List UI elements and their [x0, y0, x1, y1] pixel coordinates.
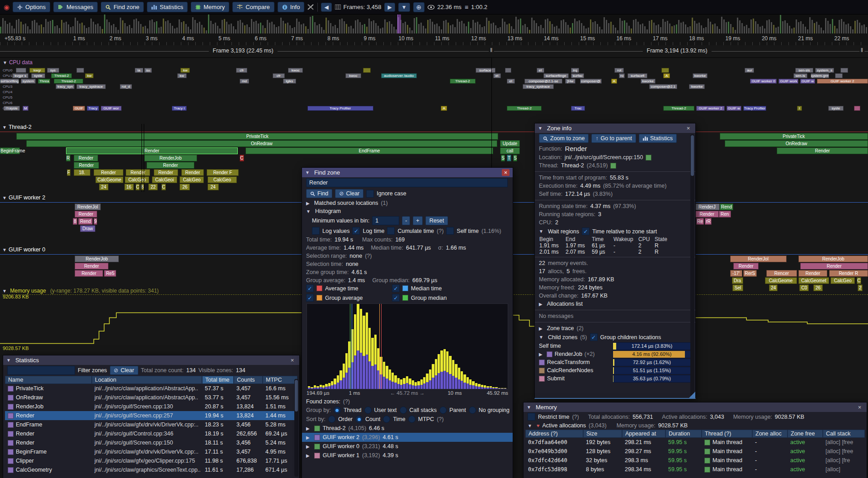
cpu-zone[interactable] — [661, 68, 669, 73]
timeline-zone[interactable]: RenderJ — [694, 204, 720, 210]
cpu-zone[interactable]: et — [537, 68, 544, 73]
collapse-icon[interactable]: ▼ — [305, 170, 310, 175]
zone-info-window-titlebar[interactable]: ▼ Zone info × — [535, 123, 695, 133]
go-to-parent-button[interactable]: ↑Go to parent — [591, 134, 636, 143]
cpu-zone[interactable]: [Hw — [565, 79, 576, 84]
min-bin-plus-button[interactable]: + — [413, 216, 422, 225]
timeline-zone[interactable]: CalcGeo — [208, 176, 237, 183]
thread-header[interactable]: ▼Thread-2 — [2, 124, 32, 130]
cpu-zone[interactable]: GUIF — [73, 106, 85, 111]
child-zone-row[interactable]: CalcRenderNodes51.51 µs (1.15%) — [535, 366, 695, 374]
timeline-zone[interactable]: Rend — [720, 204, 734, 210]
found-zone-group-row[interactable]: ▶GUIF worker 2(3,296)4.61 s — [302, 433, 513, 442]
timeline-zone[interactable]: CalcGeomet — [798, 277, 829, 284]
time-ruler[interactable]: +55.83 s 1 ms2 ms3 ms4 ms5 ms6 ms7 ms8 m… — [0, 33, 868, 46]
min-bin-input[interactable] — [372, 216, 399, 225]
cpu-zone[interactable] — [505, 68, 511, 73]
cpu-zone[interactable]: syste — [31, 73, 45, 78]
timeline-zone[interactable]: Ren — [719, 211, 731, 218]
timeline-zone[interactable]: T — [507, 155, 511, 161]
timeline-zone[interactable]: S — [513, 155, 518, 161]
histogram-section[interactable]: ▼Histogram — [302, 207, 513, 215]
find-zone-button[interactable]: Find zone — [101, 2, 144, 12]
cpu-zone[interactable]: surfac — [571, 73, 584, 78]
cpu-zone[interactable]: kworke — [693, 73, 708, 78]
wait-column-header[interactable]: Wakeup — [613, 236, 638, 242]
timeline-zone[interactable]: PrivateTick — [16, 133, 498, 140]
memory-table-row[interactable]: 0x7dfc53d8988 bytes298.34 ms59.95 sMain … — [525, 465, 865, 474]
timeline-zone[interactable]: OnRedraw — [725, 140, 868, 147]
timeline-zone[interactable]: Re5 — [104, 270, 116, 277]
timeline-zone[interactable]: RerS — [743, 270, 757, 277]
timeline-zone[interactable]: Render — [74, 162, 99, 169]
child-zone-row[interactable]: ▶RenderJob(×2)4.16 ms (92.60%) — [535, 350, 695, 358]
memory-column-header[interactable]: Address (?) — [525, 430, 583, 438]
timeline-zone[interactable]: 8 — [73, 218, 77, 225]
wait-region-row[interactable]: 2.01 ms2.07 ms59 µs-2R — [535, 249, 695, 255]
stats-table-row[interactable]: BeginFramejni/../jni/src/claw/gfx/drv/vk… — [5, 447, 297, 456]
timeline-zone[interactable]: Render — [777, 147, 868, 154]
group-by-radio[interactable] — [334, 407, 341, 414]
cpu-zone[interactable]: composer@2.1-se — [524, 79, 562, 84]
info-button[interactable]: Info — [278, 2, 305, 12]
cpu-zone[interactable] — [16, 68, 26, 73]
cpu-zone[interactable]: composer@ — [580, 79, 602, 84]
timeline-zone[interactable]: Render — [798, 270, 827, 277]
cpu-zone[interactable]: system — [21, 79, 36, 84]
cpu-zone[interactable] — [76, 68, 84, 73]
timeline-zone[interactable]: Render — [695, 211, 719, 218]
cpu-zone[interactable]: sen-is — [793, 73, 807, 78]
cpu-zone[interactable]: tracy_syn — [56, 84, 75, 89]
collapse-icon[interactable]: ▼ — [527, 405, 531, 410]
timeline-zone[interactable]: Draw — [80, 225, 96, 232]
stats-table-row[interactable]: Clipperjni/../jni/src/claw/gfx/geo/Clipp… — [5, 456, 297, 465]
timeline-zone[interactable]: Render — [154, 169, 178, 176]
cpu-zone[interactable]: kwoc — [288, 68, 303, 73]
timeline-zone[interactable]: Render — [94, 169, 123, 176]
timeline-zone[interactable]: Render — [181, 169, 204, 176]
sort-by-radio[interactable] — [328, 416, 335, 423]
cpu-zone[interactable]: kw — [180, 68, 190, 73]
cpu-zone[interactable]: surfacefl — [627, 73, 647, 78]
child-zone-row[interactable]: RecalcTransform72.92 µs (1.62%) — [535, 358, 695, 366]
cpu-zone[interactable]: ia — [135, 68, 143, 73]
zone-trace-section[interactable]: ▶Zone trace(2) — [535, 324, 695, 332]
wait-column-header[interactable]: Time — [592, 236, 613, 242]
timeline-zone[interactable]: 24 — [99, 184, 108, 190]
close-icon[interactable]: × — [502, 169, 509, 176]
cpu-zone[interactable]: Tracy Profiler — [743, 106, 767, 111]
stats-table-row[interactable]: EndFramejni/../jni/src/claw/gfx/drv/vk/D… — [5, 420, 297, 429]
sort-by-radio[interactable] — [355, 416, 363, 423]
restrict-time-checkbox[interactable] — [528, 413, 535, 421]
resize-grip[interactable] — [689, 392, 695, 398]
timeline-zone[interactable]: call — [500, 147, 520, 154]
cpu-zone[interactable]: Threa — [38, 79, 50, 84]
memory-column-header[interactable]: Size — [583, 430, 622, 438]
cpu-zone[interactable]: md — [240, 79, 249, 84]
cpu-zone[interactable]: A — [441, 106, 447, 111]
statistics-scrollbar[interactable] — [294, 379, 298, 477]
find-zone-histogram[interactable] — [307, 303, 508, 389]
timeline-zone[interactable]: Re — [696, 218, 704, 225]
timeline-zone[interactable]: R — [66, 155, 71, 161]
cpu-zone[interactable]: et — [507, 79, 514, 84]
stats-table-row[interactable]: Renderjni/../jni/src/guif/Control.cpp:34… — [5, 429, 297, 438]
cpu-zone[interactable]: irq — [571, 68, 579, 73]
legend-item[interactable]: Average time — [306, 284, 392, 292]
timeline-zone[interactable]: Render F — [207, 169, 239, 176]
cpu-zone[interactable]: Tracy I — [172, 106, 187, 111]
timeline-zone[interactable]: CalcGeome — [765, 277, 797, 284]
stats-table-row[interactable]: Renderjni/../jni/src/guif/Screen.cpp:150… — [5, 438, 297, 447]
cpu-zone[interactable]: Thread-2 — [54, 79, 83, 84]
close-icon[interactable]: × — [288, 357, 296, 364]
prev-frame-button[interactable]: ◀ — [321, 3, 331, 12]
cpu-zone[interactable]: Thread-2 — [51, 73, 72, 78]
timeline-zone[interactable]: Render — [74, 155, 98, 161]
cpu-zone[interactable] — [835, 73, 843, 78]
cpu-zone[interactable]: syste — [828, 106, 844, 111]
child-zone-row[interactable]: Self time172.14 µs (3.83%) — [535, 342, 695, 350]
log-time-checkbox[interactable] — [352, 227, 360, 235]
minimap-view-marker[interactable] — [397, 14, 401, 33]
allocations-list-section[interactable]: ▶Allocations list — [535, 300, 695, 308]
cpu-zone[interactable]: su — [144, 68, 152, 73]
